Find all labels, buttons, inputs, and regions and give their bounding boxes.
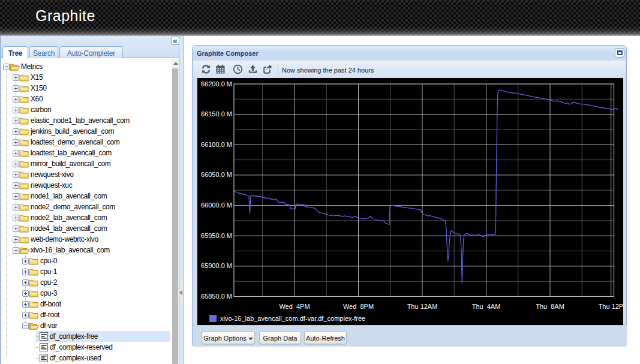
svg-text:65900.0 M: 65900.0 M [201,262,232,269]
svg-text:Thu 4AM: Thu 4AM [472,303,501,310]
svg-text:65850.0 M: 65850.0 M [201,293,232,300]
svg-text:66000.0 M: 66000.0 M [201,201,232,209]
svg-text:xivo-16_lab_avencall_com.df-va: xivo-16_lab_avencall_com.df-var.df_compl… [220,315,365,322]
svg-text:Thu 12PM: Thu 12PM [599,303,623,310]
svg-text:Thu 8AM: Thu 8AM [536,303,564,310]
svg-text:66050.0 M: 66050.0 M [201,171,232,178]
svg-text:Thu 12AM: Thu 12AM [407,303,438,310]
svg-text:65950.0 M: 65950.0 M [201,232,232,239]
svg-text:Wed 8PM: Wed 8PM [343,303,374,310]
svg-text:66100.0 M: 66100.0 M [201,141,232,148]
svg-text:66200.0 M: 66200.0 M [201,80,232,88]
svg-text:Wed 4PM: Wed 4PM [279,303,310,310]
svg-text:66150.0 M: 66150.0 M [201,110,232,118]
